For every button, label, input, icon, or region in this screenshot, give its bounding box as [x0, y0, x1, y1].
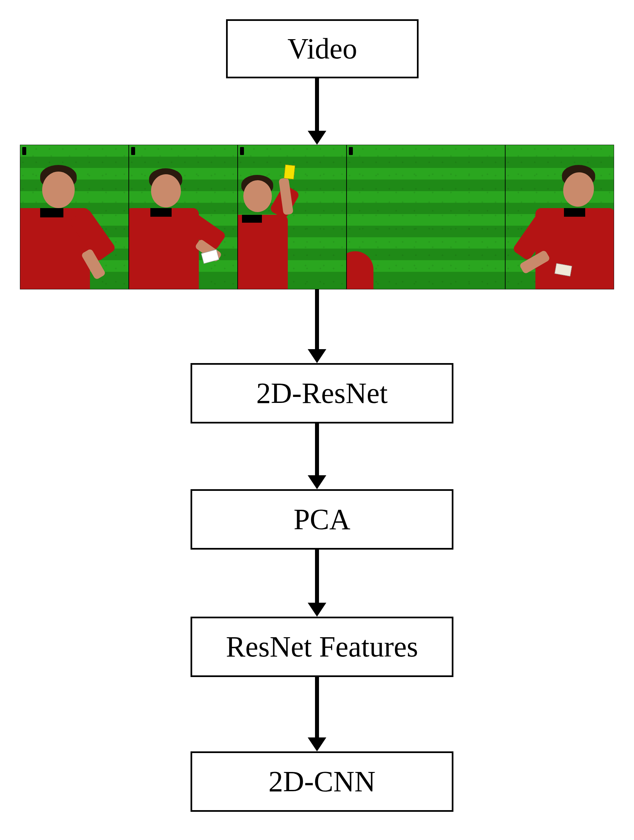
referee-icon [346, 251, 377, 289]
video-frame-1 [20, 145, 129, 289]
box-resnet-features-label: ResNet Features [226, 632, 418, 662]
referee-icon [129, 168, 212, 289]
box-video: Video [226, 19, 419, 78]
frame-overlay [349, 147, 353, 155]
referee-icon [20, 165, 96, 289]
box-2d-resnet: 2D-ResNet [191, 363, 454, 423]
box-2d-cnn-label: 2D-CNN [269, 767, 376, 796]
box-pca-label: PCA [293, 505, 350, 534]
diagram-canvas: Video [0, 0, 634, 840]
box-pca: PCA [191, 489, 454, 549]
box-2d-cnn: 2D-CNN [191, 752, 454, 812]
yellow-card-icon [284, 164, 295, 180]
referee-icon [532, 165, 614, 289]
video-frame-5 [505, 145, 614, 289]
box-resnet-features: ResNet Features [191, 617, 454, 677]
frame-overlay [131, 147, 135, 155]
video-frame-2 [129, 145, 238, 289]
frame-overlay [22, 147, 26, 155]
video-frame-4 [346, 145, 505, 289]
video-frame-3 [238, 145, 346, 289]
box-video-label: Video [288, 34, 357, 63]
box-2d-resnet-label: 2D-ResNet [256, 379, 388, 408]
video-frames-strip [20, 145, 614, 289]
referee-icon [238, 165, 304, 289]
frame-overlay [240, 147, 244, 155]
